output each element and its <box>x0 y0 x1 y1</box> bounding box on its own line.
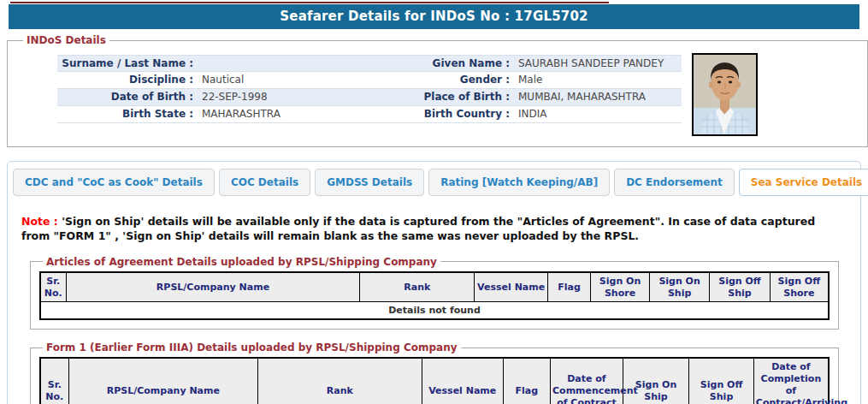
date-of-birth-label: Date of Birth : <box>57 89 198 105</box>
surname-label: Surname / Last Name : <box>57 56 198 71</box>
tab-gmdss-details[interactable]: GMDSS Details <box>315 169 424 196</box>
tab-dc-endorsement[interactable]: DC Endorsement <box>614 169 735 196</box>
col-rpsl-company-name: RPSL/Company Name <box>66 272 360 302</box>
surname-value <box>198 56 416 71</box>
col-sign-on-ship: Sign On Ship <box>623 358 688 404</box>
col-flag: Flag <box>503 358 550 404</box>
form1-legend: Form 1 (Earlier Form IIIA) Details uploa… <box>43 342 461 354</box>
indos-detail-table: Surname / Last Name : Given Name : SAURA… <box>57 55 682 123</box>
discipline-label: Discipline : <box>57 72 198 88</box>
articles-of-agreement-table: Sr. No. RPSL/Company Name Rank Vessel Na… <box>39 271 830 321</box>
form1-table: Sr. No. RPSL/Company Name Rank Vessel Na… <box>39 357 830 404</box>
col-rank: Rank <box>257 358 422 404</box>
place-of-birth-label: Place of Birth : <box>416 89 515 105</box>
given-name-label: Given Name : <box>416 56 515 71</box>
note-prefix: Note : <box>21 215 58 228</box>
tab-rating-watch-keeping-ab[interactable]: Rating [Watch Keeping/AB] <box>428 169 610 196</box>
top-rule <box>10 2 609 3</box>
articles-of-agreement-section: Articles of Agreement Details uploaded b… <box>30 256 839 330</box>
form1-section: Form 1 (Earlier Form IIIA) Details uploa… <box>30 342 839 404</box>
table-header-row: Sr. No. RPSL/Company Name Rank Vessel Na… <box>40 272 829 302</box>
tab-strip: CDC and "CoC as Cook" Details COC Detail… <box>8 162 860 201</box>
col-date-of-completion: Date of Completion of Contract/Arriving … <box>753 358 829 404</box>
sign-on-ship-note: Note : 'Sign on Ship' details will be av… <box>21 215 847 244</box>
col-vessel-name: Vessel Name <box>422 358 503 404</box>
tab-cdc-coc-as-cook-details[interactable]: CDC and "CoC as Cook" Details <box>13 169 215 196</box>
col-rpsl-company-name: RPSL/Company Name <box>68 358 257 404</box>
col-date-of-commencement: Date of Commencement of Contract <box>551 358 623 404</box>
table-header-row: Sr. No. RPSL/Company Name Rank Vessel Na… <box>40 358 829 404</box>
date-of-birth-value: 22-SEP-1998 <box>198 89 416 105</box>
note-text: 'Sign on Ship' details will be available… <box>21 215 815 242</box>
birth-country-label: Birth Country : <box>416 106 515 122</box>
detail-row: Birth State : MAHARASHTRA Birth Country … <box>57 106 682 123</box>
gender-label: Gender : <box>416 72 515 88</box>
col-sign-off-shore: Sign Off Shore <box>770 272 829 302</box>
col-sign-off-ship: Sign Off Ship <box>710 272 770 302</box>
indos-details-legend: INDoS Details <box>23 34 109 46</box>
tab-sea-service-details[interactable]: Sea Service Details <box>739 169 868 196</box>
col-sr-no: Sr. No. <box>40 272 66 302</box>
given-name-value: SAURABH SANDEEP PANDEY <box>515 56 673 71</box>
col-rank: Rank <box>360 272 475 302</box>
page-title: Seafarer Details for INDoS No : 17GL5702 <box>9 4 859 29</box>
seafarer-photo <box>692 53 758 136</box>
birth-state-label: Birth State : <box>57 106 198 122</box>
birth-state-value: MAHARASHTRA <box>198 106 416 122</box>
gender-value: Male <box>515 72 673 88</box>
details-not-found-message: Details not found <box>40 302 829 320</box>
empty-row: Details not found <box>40 302 829 320</box>
sea-service-tab-content: Note : 'Sign on Ship' details will be av… <box>8 201 860 404</box>
col-flag: Flag <box>547 272 590 302</box>
tab-panel: CDC and "CoC as Cook" Details COC Detail… <box>7 161 861 404</box>
detail-row: Date of Birth : 22-SEP-1998 Place of Bir… <box>57 89 682 106</box>
col-sr-no: Sr. No. <box>40 358 68 404</box>
birth-country-value: INDIA <box>515 106 673 122</box>
col-vessel-name: Vessel Name <box>475 272 547 302</box>
detail-row: Surname / Last Name : Given Name : SAURA… <box>57 55 682 72</box>
col-sign-on-shore: Sign On Shore <box>591 272 650 302</box>
tab-coc-details[interactable]: COC Details <box>219 169 310 196</box>
place-of-birth-value: MUMBAI, MAHARASHTRA <box>515 89 673 105</box>
col-sign-on-ship: Sign On Ship <box>649 272 709 302</box>
indos-details-section: INDoS Details Surname / Last Name : Give… <box>7 34 868 147</box>
detail-row: Discipline : Nautical Gender : Male <box>57 72 682 89</box>
articles-of-agreement-legend: Articles of Agreement Details uploaded b… <box>43 256 440 268</box>
discipline-value: Nautical <box>198 72 416 88</box>
col-sign-off-ship: Sign Off Ship <box>689 358 754 404</box>
